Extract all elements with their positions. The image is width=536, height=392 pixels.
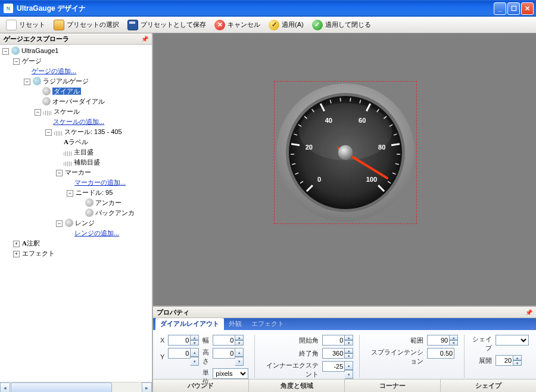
spin-down[interactable]: ▼: [191, 340, 199, 346]
expander[interactable]: −: [56, 170, 63, 176]
tree-gauges[interactable]: ゲージ: [22, 57, 42, 64]
expander[interactable]: +: [13, 251, 20, 257]
back-anchor-icon: [85, 209, 94, 217]
tree-effects[interactable]: エフェクト: [22, 250, 55, 257]
input-end-angle[interactable]: [322, 348, 345, 359]
scroll-left-button[interactable]: ◂: [0, 382, 10, 392]
properties-panel: プロパティ📌 ダイアルレイアウト 外観 エフェクト X ▲▼ 幅 ▲▼ Y ▲▼…: [153, 306, 536, 392]
group-labels: バウンド 角度と領域 コーナー シェイプ: [153, 379, 536, 392]
major-tick-icon: [64, 151, 72, 156]
reset-button[interactable]: リセット: [2, 18, 49, 32]
tree-overdial[interactable]: オーバーダイアル: [52, 98, 105, 105]
dial-icon: [42, 87, 51, 95]
label-icon: A: [64, 138, 68, 145]
explorer-panel: ゲージエクスプローラ📌 −UltraGauge1 −ゲージ ゲージの追加... …: [0, 33, 153, 392]
pin-icon[interactable]: 📌: [525, 309, 532, 316]
expander[interactable]: −: [67, 190, 73, 197]
spin-up[interactable]: ▲: [191, 335, 199, 340]
disk-icon: [127, 20, 138, 30]
tree-markers[interactable]: マーカー: [65, 169, 91, 176]
lbl-height: 高さ: [202, 348, 209, 366]
input-y[interactable]: [168, 348, 191, 359]
lbl-width: 幅: [202, 336, 209, 345]
lbl-start-angle: 開始角: [261, 336, 319, 345]
cancel-button[interactable]: ✕キャンセル: [211, 18, 264, 32]
tree-ranges[interactable]: レンジ: [75, 219, 95, 226]
lbl-spline: スプラインテンション: [366, 348, 423, 366]
scale-icon: [54, 131, 63, 136]
choose-preset-button[interactable]: プリセットの選択: [50, 18, 123, 32]
tree-scale-item[interactable]: スケール: 135 - 405: [64, 128, 122, 135]
properties-header: プロパティ📌: [153, 307, 536, 318]
group-bound: バウンド: [153, 379, 249, 392]
tree-anchor[interactable]: アンカー: [95, 199, 121, 206]
selection-rect: [274, 81, 417, 224]
folder-icon: [54, 20, 64, 30]
expander[interactable]: −: [2, 48, 9, 55]
tree-major[interactable]: 主目盛: [74, 148, 94, 155]
group-shape: シェイプ: [441, 379, 536, 392]
expander[interactable]: −: [24, 79, 30, 85]
expander[interactable]: +: [13, 241, 20, 247]
input-height[interactable]: [213, 348, 235, 359]
maximize-button[interactable]: ☐: [507, 2, 520, 15]
lbl-end-angle: 終了角: [261, 349, 319, 358]
lbl-inner-extent: インナーエクステント: [261, 361, 319, 379]
tree-label[interactable]: ラベル: [68, 138, 88, 145]
lbl-y: Y: [160, 353, 164, 360]
lbl-x: X: [160, 337, 164, 344]
input-range[interactable]: [427, 335, 450, 346]
design-canvas[interactable]: 020406080100: [153, 33, 536, 306]
minor-tick-icon: [64, 161, 72, 166]
minimize-button[interactable]: _: [494, 2, 506, 15]
pin-icon[interactable]: 📌: [141, 36, 148, 42]
ranges-icon: [65, 219, 73, 227]
tree-annotations[interactable]: 注釈: [27, 239, 40, 247]
ok-icon: ✓: [312, 20, 323, 30]
tree-back-anchor[interactable]: バックアンカ: [95, 209, 135, 216]
window-title: UltraGauge デザイナ: [17, 4, 494, 14]
input-x[interactable]: [168, 335, 191, 346]
hscrollbar[interactable]: ◂ ▸: [0, 382, 152, 392]
apply-button[interactable]: ✓適用(A): [265, 18, 307, 32]
apply-icon: ✓: [269, 20, 279, 30]
expander[interactable]: −: [45, 129, 52, 136]
scroll-right-button[interactable]: ▸: [142, 382, 152, 392]
add-gauge-link[interactable]: ゲージの追加...: [32, 67, 76, 74]
input-deploy[interactable]: [496, 355, 513, 366]
scroll-thumb[interactable]: [11, 382, 112, 392]
select-shape[interactable]: [496, 335, 529, 346]
tree-scales[interactable]: スケール: [54, 108, 80, 115]
apply-close-button[interactable]: ✓適用して閉じる: [308, 18, 375, 32]
input-inner-extent[interactable]: [322, 361, 345, 372]
tree-minor[interactable]: 補助目盛: [74, 158, 100, 166]
input-spline[interactable]: [427, 348, 454, 359]
annotations-icon: A: [22, 239, 27, 247]
overdial-icon: [42, 97, 51, 105]
add-marker-link[interactable]: マーカーの追加...: [74, 179, 126, 186]
input-width[interactable]: [213, 335, 235, 346]
blank-icon: [6, 20, 17, 30]
app-icon: N: [4, 4, 13, 13]
add-scale-link[interactable]: スケールの追加...: [53, 118, 104, 125]
radial-gauge-icon: [33, 77, 41, 85]
expander[interactable]: −: [13, 58, 20, 65]
select-unit[interactable]: pixels: [213, 368, 248, 379]
tree-dial[interactable]: ダイアル: [52, 88, 81, 95]
save-preset-button[interactable]: プリセットとして保存: [124, 18, 210, 32]
tree-radial[interactable]: ラジアルゲージ: [43, 77, 89, 85]
input-start-angle[interactable]: [322, 335, 345, 346]
tab-dial-layout[interactable]: ダイアルレイアウト: [155, 318, 224, 330]
scales-icon: [43, 111, 52, 116]
tree-needle[interactable]: ニードル: 95: [76, 189, 113, 196]
tab-appearance[interactable]: 外観: [224, 318, 247, 330]
tree[interactable]: −UltraGauge1 −ゲージ ゲージの追加... −ラジアルゲージ ダイア…: [0, 45, 152, 382]
tab-effects[interactable]: エフェクト: [247, 318, 289, 330]
close-button[interactable]: ✕: [521, 2, 534, 15]
expander[interactable]: −: [56, 220, 63, 227]
expander[interactable]: −: [35, 109, 41, 116]
tree-root[interactable]: UltraGauge1: [21, 47, 58, 54]
lbl-deploy: 展開: [470, 356, 492, 365]
group-angle: 角度と領域: [249, 379, 345, 392]
add-range-link[interactable]: レンジの追加...: [74, 229, 119, 237]
